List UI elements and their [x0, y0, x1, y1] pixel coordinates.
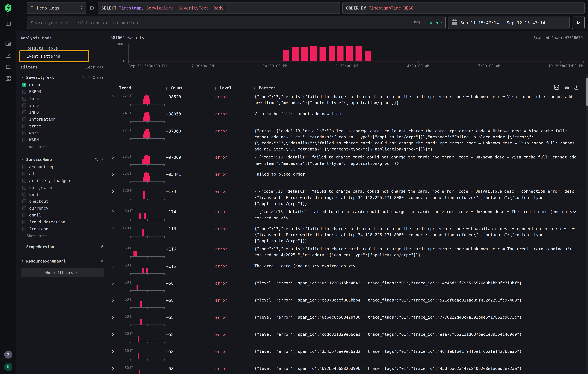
- row-expand-chevron[interactable]: [110, 128, 118, 134]
- chevron-down-icon[interactable]: [21, 75, 24, 80]
- checkbox[interactable]: [22, 206, 26, 210]
- chart-explorer-icon[interactable]: [4, 51, 12, 60]
- vertical-scrollbar[interactable]: [586, 75, 588, 374]
- clear-all-button[interactable]: Clear all: [84, 65, 104, 69]
- load-more-button[interactable]: Load more: [21, 143, 104, 150]
- checkbox[interactable]: [22, 186, 26, 190]
- source-select[interactable]: Demo Logs: [27, 2, 86, 14]
- pattern-cell[interactable]: {"level":"error","span_id":"b92b54b6882b…: [254, 365, 585, 372]
- filter-option-trace[interactable]: trace: [21, 123, 104, 130]
- pattern-cell[interactable]: {"code":13,"details":"failed to charge c…: [254, 225, 585, 244]
- checkbox[interactable]: [22, 90, 26, 94]
- filter-option-info[interactable]: info: [21, 102, 104, 109]
- mode-results-table[interactable]: Results Table: [21, 44, 104, 52]
- search-logs-icon[interactable]: [4, 40, 12, 48]
- pin-icon[interactable]: [100, 259, 104, 263]
- pattern-cell[interactable]: {"level":"error","span_id":"334357bae9ed…: [254, 348, 585, 354]
- pin-icon[interactable]: [87, 75, 91, 80]
- checkbox[interactable]: [22, 83, 26, 87]
- pattern-cell[interactable]: {"level":"error","span_id":"6b64c6c58842…: [254, 314, 585, 320]
- pattern-cell[interactable]: ×{"code":13,"details":"failed to charge …: [254, 154, 585, 166]
- code-view-icon[interactable]: [554, 85, 559, 91]
- gear-icon[interactable]: ⚙: [87, 4, 96, 12]
- checkbox[interactable]: [22, 220, 26, 224]
- histogram-bar[interactable]: [329, 46, 335, 61]
- pattern-cell[interactable]: {"level":"error","span_id":"0c11220615ba…: [254, 280, 585, 286]
- checkbox[interactable]: [22, 131, 26, 135]
- checkbox[interactable]: [22, 227, 26, 231]
- checkbox[interactable]: [22, 110, 26, 114]
- mode-lucene[interactable]: Lucene: [427, 20, 442, 25]
- row-expand-chevron[interactable]: [110, 331, 118, 337]
- pattern-cell[interactable]: The credit card (ending <*> expired on <…: [254, 263, 585, 269]
- row-expand-chevron[interactable]: [110, 225, 118, 232]
- exclude-pattern-icon[interactable]: ×: [254, 190, 256, 193]
- histogram-bar[interactable]: [356, 46, 362, 61]
- row-expand-chevron[interactable]: [110, 314, 118, 320]
- checkbox[interactable]: [22, 138, 26, 142]
- sidebar-toggle-icon[interactable]: [4, 20, 12, 28]
- filter-option-currency[interactable]: currency: [21, 205, 104, 212]
- header-pattern[interactable]: Pattern: [254, 86, 585, 90]
- row-expand-chevron[interactable]: [110, 93, 118, 100]
- checkbox[interactable]: [22, 97, 26, 101]
- filter-option-fraud-detection[interactable]: fraud-detection: [21, 219, 104, 225]
- filter-option-cainjector[interactable]: cainjector: [21, 184, 104, 191]
- dashboards-icon[interactable]: [4, 74, 12, 83]
- pattern-cell[interactable]: Failed to place order: [254, 171, 585, 177]
- sessions-icon[interactable]: [4, 62, 12, 71]
- user-avatar[interactable]: U: [4, 363, 12, 371]
- row-expand-chevron[interactable]: [110, 280, 118, 286]
- histogram-plot[interactable]: 80K 0 Sep 11 3:30:00 PM7:30:00 PM10:30:0…: [128, 43, 583, 61]
- filter-option-WARN[interactable]: WARN: [21, 136, 104, 143]
- histogram-bar[interactable]: [346, 46, 353, 61]
- download-icon[interactable]: [574, 85, 579, 91]
- help-button[interactable]: ?: [4, 351, 12, 359]
- chevron-down-icon[interactable]: [21, 158, 24, 162]
- exclude-pattern-icon[interactable]: ×: [254, 155, 256, 159]
- histogram-bar[interactable]: [301, 47, 308, 61]
- filter-option-Information[interactable]: Information: [21, 116, 104, 123]
- date-range-picker[interactable]: Sep 11 15:47:14 - Sep 12 15:47:14: [448, 17, 569, 29]
- mode-event-patterns[interactable]: Event Patterns: [21, 52, 104, 60]
- checkbox[interactable]: [22, 213, 26, 217]
- more-filters-button[interactable]: More filters: [21, 268, 104, 277]
- filter-option-artillery-loadgen[interactable]: artillery-loadgen: [21, 177, 104, 184]
- chevron-right-icon[interactable]: [21, 245, 24, 249]
- histogram-bar[interactable]: [310, 46, 317, 61]
- checkbox[interactable]: [22, 192, 26, 196]
- row-expand-chevron[interactable]: [110, 246, 118, 252]
- header-count[interactable]: Count: [166, 86, 215, 90]
- histogram-bar[interactable]: [292, 47, 299, 61]
- run-query-button[interactable]: [572, 17, 585, 29]
- checkbox[interactable]: [22, 199, 26, 203]
- filter-option-frontend[interactable]: frontend: [21, 225, 104, 232]
- pattern-cell[interactable]: ×{"code":13,"details":"failed to charge …: [254, 208, 585, 221]
- filter-option-error[interactable]: error: [21, 81, 104, 88]
- show-more-button[interactable]: Show more: [21, 232, 104, 239]
- checkbox[interactable]: [22, 117, 26, 121]
- group-name[interactable]: ScopeVersion: [26, 245, 54, 249]
- histogram-bar[interactable]: [365, 51, 371, 61]
- filter-option-accounting[interactable]: accounting: [21, 163, 104, 170]
- header-level[interactable]: level: [215, 86, 254, 90]
- search-icon[interactable]: [81, 75, 85, 80]
- order-by-input[interactable]: ORDER BY TimestampTime DESC: [342, 2, 585, 14]
- filter-option-ERROR[interactable]: ERROR: [21, 88, 104, 95]
- select-query-input[interactable]: SELECT Timestamp, ServiceName, SeverityT…: [98, 2, 340, 14]
- row-expand-chevron[interactable]: [110, 171, 118, 177]
- filter-option-email[interactable]: email: [21, 212, 104, 219]
- clear-group-button[interactable]: Clear: [93, 75, 104, 80]
- search-input[interactable]: Search your events w/ Lucene ex. column:…: [27, 17, 446, 29]
- checkbox[interactable]: [22, 103, 26, 108]
- chevron-right-icon[interactable]: [21, 259, 24, 263]
- filter-option-warn[interactable]: warn: [21, 130, 104, 136]
- mode-sql[interactable]: SQL: [414, 20, 421, 25]
- filter-option-ad[interactable]: ad: [21, 170, 104, 177]
- group-name[interactable]: ResourceSchemaUrl: [26, 259, 66, 263]
- pin-icon[interactable]: [100, 158, 104, 162]
- pattern-cell[interactable]: {"code":13,"details":"failed to charge c…: [254, 93, 585, 106]
- pattern-cell[interactable]: {"level":"error","span_id":"cddc331329e6…: [254, 331, 585, 337]
- group-name[interactable]: SeverityText: [26, 75, 54, 80]
- filter-option-cart[interactable]: cart: [21, 191, 104, 198]
